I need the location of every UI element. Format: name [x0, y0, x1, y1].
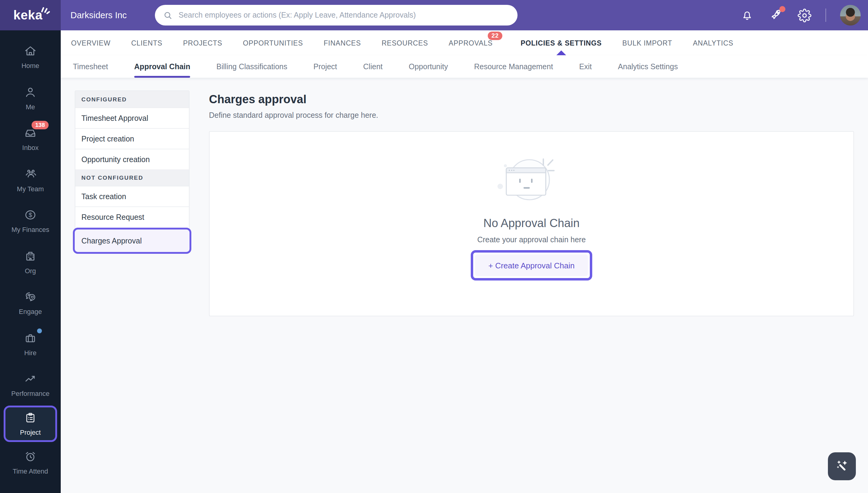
list-item-project-creation[interactable]: Project creation — [75, 128, 189, 149]
list-item-label: Project creation — [81, 134, 134, 143]
tab-label: CLIENTS — [131, 39, 163, 46]
tab-label: FINANCES — [324, 39, 361, 46]
search-input[interactable] — [177, 10, 509, 20]
inbox-badge: 138 — [31, 121, 48, 129]
sidebar-item-hire[interactable]: Hire — [0, 323, 61, 364]
finances-icon: $ — [24, 209, 37, 222]
tab-clients[interactable]: CLIENTS — [131, 30, 163, 55]
main-area: OVERVIEW CLIENTS PROJECTS OPPORTUNITIES … — [61, 30, 868, 493]
sidebar-item-my-team[interactable]: My Team — [0, 159, 61, 200]
list-item-timesheet-approval[interactable]: Timesheet Approval — [75, 107, 189, 128]
assistant-fab[interactable] — [828, 452, 856, 480]
hire-icon — [24, 331, 37, 345]
rocket-notification-dot — [779, 6, 785, 12]
topbar-actions — [740, 0, 861, 30]
tab-approvals[interactable]: APPROVALS 22 — [449, 30, 493, 55]
performance-icon — [24, 372, 37, 386]
module-nav: OVERVIEW CLIENTS PROJECTS OPPORTUNITIES … — [61, 30, 868, 55]
subtab-resource-management[interactable]: Resource Management — [474, 55, 553, 78]
subtab-client[interactable]: Client — [363, 55, 383, 78]
tab-label: BULK IMPORT — [622, 39, 672, 46]
subtab-analytics-settings[interactable]: Analytics Settings — [618, 55, 678, 78]
app-root: keka Darksiders Inc — [0, 0, 868, 493]
logo-spark-icon — [40, 5, 50, 15]
sidebar: Home Me 138 Inbox — [0, 30, 61, 493]
sidebar-label: Time Attend — [13, 468, 48, 475]
empty-state-title: No Approval Chain — [484, 217, 580, 230]
sidebar-item-me[interactable]: Me — [0, 78, 61, 119]
keka-logo[interactable]: keka — [0, 0, 61, 30]
sidebar-item-engage[interactable]: Engage — [0, 282, 61, 323]
list-item-label: Opportunity creation — [81, 155, 150, 164]
subtab-project[interactable]: Project — [313, 55, 337, 78]
settings-button[interactable] — [797, 8, 811, 22]
page-title: Charges approval — [209, 93, 854, 106]
section-header-configured: CONFIGURED — [75, 91, 189, 107]
sidebar-item-performance[interactable]: Performance — [0, 364, 61, 405]
notifications-button[interactable] — [740, 8, 755, 22]
tab-label: OPPORTUNITIES — [243, 39, 303, 46]
subtab-label: Analytics Settings — [618, 62, 678, 71]
sidebar-item-home[interactable]: Home — [0, 37, 61, 78]
sidebar-label: Hire — [24, 349, 37, 357]
subtab-label: Approval Chain — [134, 62, 190, 71]
tab-bulk-import[interactable]: BULK IMPORT — [622, 30, 672, 55]
subtab-approval-chain[interactable]: Approval Chain — [134, 55, 190, 78]
sidebar-label: Me — [26, 103, 35, 110]
bell-icon — [740, 8, 754, 22]
subtab-label: Client — [363, 62, 383, 71]
list-item-label: Resource Request — [81, 213, 144, 221]
approvals-count-badge: 22 — [488, 31, 502, 40]
sidebar-item-project[interactable]: Project — [4, 405, 57, 442]
subtab-label: Billing Classifications — [216, 62, 287, 71]
list-item-charges-approval[interactable]: Charges Approval — [73, 228, 191, 254]
gear-icon — [797, 8, 811, 22]
sidebar-label: Org — [25, 267, 36, 274]
time-attend-icon — [24, 450, 37, 463]
content: CONFIGURED Timesheet Approval Project cr… — [61, 78, 868, 316]
magic-wand-icon — [834, 458, 850, 474]
settings-subnav: Timesheet Approval Chain Billing Classif… — [61, 55, 868, 78]
subtab-timesheet[interactable]: Timesheet — [73, 55, 108, 78]
tab-opportunities[interactable]: OPPORTUNITIES — [243, 30, 303, 55]
sidebar-label: Performance — [11, 390, 49, 398]
tab-analytics[interactable]: ANALYTICS — [693, 30, 733, 55]
tab-projects[interactable]: PROJECTS — [183, 30, 222, 55]
whats-new-button[interactable] — [768, 8, 783, 22]
tab-label: OVERVIEW — [71, 39, 110, 46]
page-subtitle: Define standard approval process for cha… — [209, 111, 854, 120]
sidebar-item-time-attend[interactable]: Time Attend — [0, 442, 61, 483]
tab-label: RESOURCES — [381, 39, 428, 46]
sidebar-item-org[interactable]: Org — [0, 241, 61, 282]
list-item-label: Task creation — [81, 192, 126, 201]
tab-overview[interactable]: OVERVIEW — [71, 30, 110, 55]
global-search[interactable] — [155, 5, 517, 25]
keka-logo-text: keka — [13, 8, 43, 22]
topbar: keka Darksiders Inc — [0, 0, 868, 30]
hire-notification-dot — [37, 328, 42, 333]
tab-resources[interactable]: RESOURCES — [381, 30, 428, 55]
sidebar-item-inbox[interactable]: 138 Inbox — [0, 119, 61, 159]
list-item-resource-request[interactable]: Resource Request — [75, 207, 189, 227]
page-column: Charges approval Define standard approva… — [209, 90, 854, 316]
user-avatar[interactable] — [840, 5, 861, 25]
sidebar-label: Engage — [19, 308, 42, 316]
subtab-label: Exit — [579, 62, 592, 71]
tab-policies-settings[interactable]: POLICIES & SETTINGS — [521, 30, 602, 55]
svg-text:$: $ — [28, 212, 32, 219]
sidebar-item-my-finances[interactable]: $ My Finances — [0, 200, 61, 241]
sidebar-label: Inbox — [22, 144, 39, 151]
subtab-billing-classifications[interactable]: Billing Classifications — [216, 55, 287, 78]
tab-finances[interactable]: FINANCES — [324, 30, 361, 55]
list-item-label: Timesheet Approval — [81, 114, 148, 122]
empty-state-illustration — [497, 157, 566, 208]
create-approval-chain-button[interactable]: + Create Approval Chain — [475, 254, 588, 276]
list-item-task-creation[interactable]: Task creation — [75, 186, 189, 207]
sidebar-label: Home — [22, 62, 40, 69]
subtab-opportunity[interactable]: Opportunity — [409, 55, 448, 78]
section-header-not-configured: NOT CONFIGURED — [75, 169, 189, 186]
list-item-opportunity-creation[interactable]: Opportunity creation — [75, 149, 189, 169]
home-icon — [24, 45, 37, 58]
subtab-exit[interactable]: Exit — [579, 55, 592, 78]
inbox-icon: 138 — [24, 127, 37, 140]
